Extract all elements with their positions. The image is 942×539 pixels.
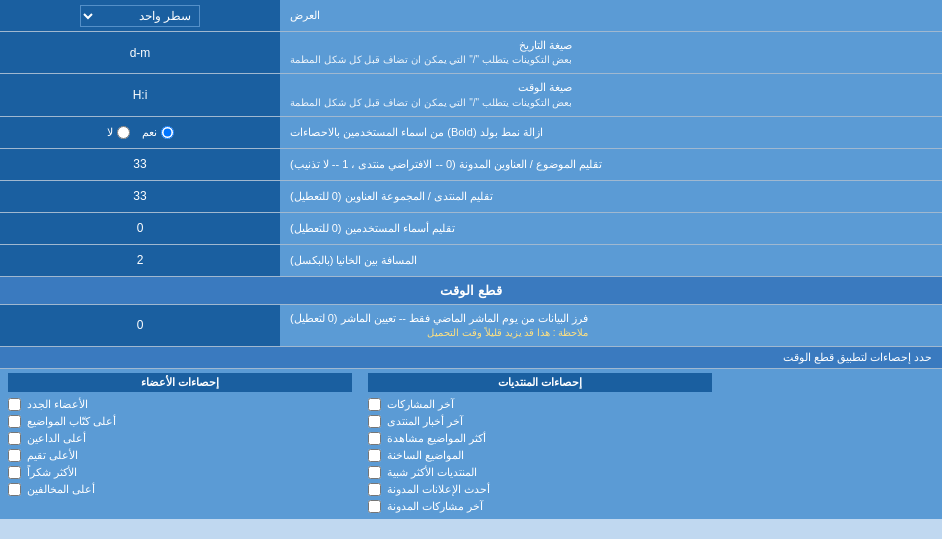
label-ard: العرض (280, 0, 942, 31)
cb-label: الأعلى تقيم (27, 449, 78, 462)
cb-label: أكثر المواضيع مشاهدة (387, 432, 486, 445)
checkbox-last-news[interactable] (368, 415, 381, 428)
cb-label: آخر أخبار المنتدى (387, 415, 463, 428)
label-bold: ازالة نمط بولد (Bold) من اسماء المستخدمي… (280, 117, 942, 148)
cb-item: أحدث الإعلانات المدونة (368, 481, 712, 498)
row-spacing: المسافة بين الخانيا (بالبكسل) (0, 245, 942, 277)
cb-item: آخر أخبار المنتدى (368, 413, 712, 430)
checkbox-most-thanked[interactable] (8, 466, 21, 479)
cb-label: أعلى الداعين (27, 432, 86, 445)
label-cutoff-data: فرز البيانات من يوم الماشر الماضي فقط --… (280, 305, 942, 346)
checkbox-most-viewed[interactable] (368, 432, 381, 445)
text-forum[interactable] (8, 189, 272, 203)
input-ard[interactable]: سطر واحد سطران ثلاثة أسطر (0, 0, 280, 31)
cb-item: المنتديات الأكثر شبية (368, 464, 712, 481)
select-ard[interactable]: سطر واحد سطران ثلاثة أسطر (80, 5, 200, 27)
checkbox-latest-announcements[interactable] (368, 483, 381, 496)
checkbox-most-popular[interactable] (368, 466, 381, 479)
radio-bold-yes[interactable]: نعم (142, 126, 174, 139)
row-time-format: صيغة الوقت بعض التكوينات يتطلب "/" التي … (0, 74, 942, 116)
cb-item: أعلى المخالفين (8, 481, 352, 498)
text-topics[interactable] (8, 157, 272, 171)
col-member-stats: إحصاءات الأعضاء الأعضاء الجدد أعلى كتّاب… (0, 369, 360, 519)
label-date-format: صيغة التاريخ بعض التكوينات يتطلب "/" الت… (280, 32, 942, 73)
label-forum: تقليم المنتدى / المجموعة العناوين (0 للت… (280, 181, 942, 212)
checkbox-hot-topics[interactable] (368, 449, 381, 462)
row-forum: تقليم المنتدى / المجموعة العناوين (0 للت… (0, 181, 942, 213)
input-topics[interactable] (0, 149, 280, 180)
cb-label: الأكثر شكراً (27, 466, 77, 479)
row-topics: تقليم الموضوع / العناوين المدونة (0 -- ا… (0, 149, 942, 181)
col-forum-stats: إحصاءات المنتديات آخر المشاركات آخر أخبا… (360, 369, 720, 519)
col-blank (720, 369, 942, 519)
cb-item: أعلى الداعين (8, 430, 352, 447)
input-usernames[interactable] (0, 213, 280, 244)
cb-label: الأعضاء الجدد (27, 398, 88, 411)
cb-label: آخر المشاركات (387, 398, 454, 411)
row-ard: العرض سطر واحد سطران ثلاثة أسطر (0, 0, 942, 32)
cb-item: آخر مشاركات المدونة (368, 498, 712, 515)
radio-bold-no[interactable]: لا (107, 126, 130, 139)
col-member-stats-header: إحصاءات الأعضاء (8, 373, 352, 392)
label-topics: تقليم الموضوع / العناوين المدونة (0 -- ا… (280, 149, 942, 180)
cb-label: أحدث الإعلانات المدونة (387, 483, 490, 496)
cb-item: الأعلى تقيم (8, 447, 352, 464)
radio-group-bold: نعم لا (107, 126, 174, 139)
checkbox-last-posts[interactable] (368, 398, 381, 411)
input-spacing[interactable] (0, 245, 280, 276)
input-forum[interactable] (0, 181, 280, 212)
cb-item: الأعضاء الجدد (8, 396, 352, 413)
col-forum-stats-header: إحصاءات المنتديات (368, 373, 712, 392)
text-usernames[interactable] (8, 221, 272, 235)
cb-label: المواضيع الساخنة (387, 449, 464, 462)
cb-label: أعلى المخالفين (27, 483, 95, 496)
text-cutoff-data[interactable] (8, 318, 272, 332)
row-usernames: تقليم أسماء المستخدمين (0 للتعطيل) (0, 213, 942, 245)
cb-item: المواضيع الساخنة (368, 447, 712, 464)
label-spacing: المسافة بين الخانيا (بالبكسل) (280, 245, 942, 276)
cb-item: آخر المشاركات (368, 396, 712, 413)
row-bold: ازالة نمط بولد (Bold) من اسماء المستخدمي… (0, 117, 942, 149)
row-cutoff-data: فرز البيانات من يوم الماشر الماضي فقط --… (0, 305, 942, 347)
input-bold[interactable]: نعم لا (0, 117, 280, 148)
cb-label: المنتديات الأكثر شبية (387, 466, 477, 479)
section-cutoff-header: قطع الوقت (0, 277, 942, 305)
checkboxes-grid: إحصاءات المنتديات آخر المشاركات آخر أخبا… (0, 369, 942, 519)
cb-item: أعلى كتّاب المواضيع (8, 413, 352, 430)
checkbox-top-rated[interactable] (8, 449, 21, 462)
text-spacing[interactable] (8, 253, 272, 267)
cb-label: أعلى كتّاب المواضيع (27, 415, 116, 428)
label-time-format: صيغة الوقت بعض التكوينات يتطلب "/" التي … (280, 74, 942, 115)
input-date-format[interactable] (0, 32, 280, 73)
checkbox-top-warned[interactable] (8, 483, 21, 496)
cb-item: الأكثر شكراً (8, 464, 352, 481)
checkbox-last-blog-posts[interactable] (368, 500, 381, 513)
text-time-format[interactable] (8, 88, 272, 102)
label-usernames: تقليم أسماء المستخدمين (0 للتعطيل) (280, 213, 942, 244)
input-cutoff-data[interactable] (0, 305, 280, 346)
input-time-format[interactable] (0, 74, 280, 115)
checkbox-top-posters[interactable] (8, 415, 21, 428)
checkbox-top-referrers[interactable] (8, 432, 21, 445)
row-date-format: صيغة التاريخ بعض التكوينات يتطلب "/" الت… (0, 32, 942, 74)
cb-label: آخر مشاركات المدونة (387, 500, 483, 513)
text-date-format[interactable] (8, 46, 272, 60)
checkbox-new-members[interactable] (8, 398, 21, 411)
checkboxes-label: حدد إحصاءات لتطبيق قطع الوقت (0, 347, 942, 369)
cb-item: أكثر المواضيع مشاهدة (368, 430, 712, 447)
